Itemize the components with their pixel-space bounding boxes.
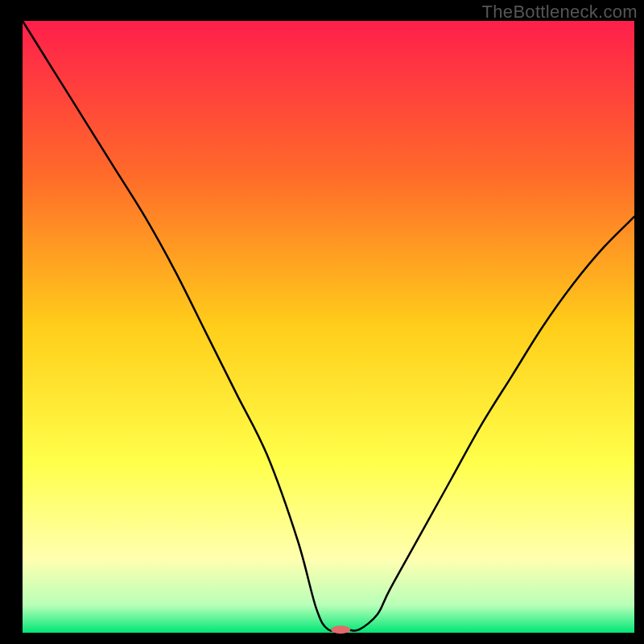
bottleneck-chart bbox=[0, 0, 644, 644]
chart-frame: TheBottleneck.com bbox=[0, 0, 644, 644]
watermark-label: TheBottleneck.com bbox=[482, 2, 638, 23]
optimal-marker bbox=[331, 625, 350, 634]
